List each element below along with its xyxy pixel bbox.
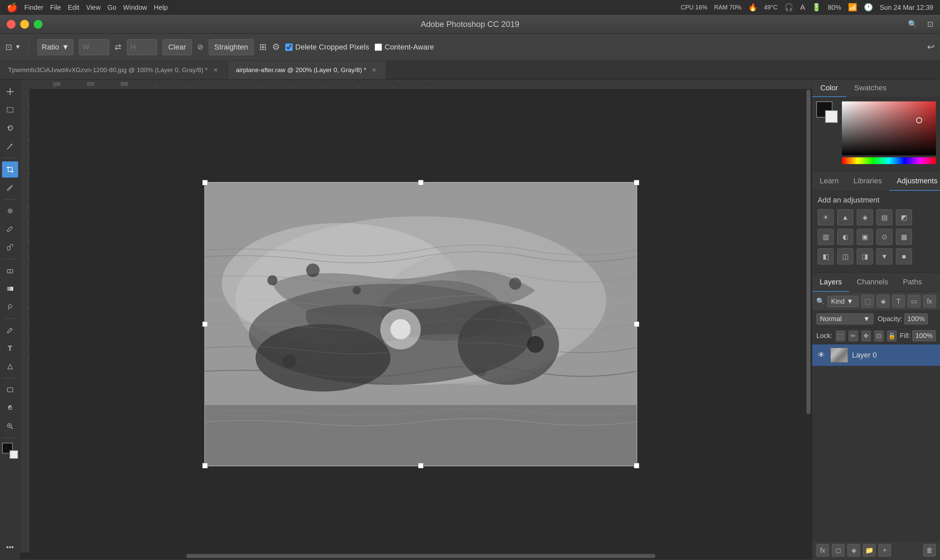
- adj-photo-filter[interactable]: ⊙: [876, 229, 892, 245]
- tab-1[interactable]: Tpwmmfo3CiAJvwd4vXGzvn-1200-80.jpg @ 100…: [0, 61, 228, 79]
- crop-handle-mr[interactable]: [634, 322, 639, 327]
- kind-filter-dropdown[interactable]: Kind ▼: [828, 296, 858, 307]
- crop-tool[interactable]: [2, 162, 18, 178]
- move-tool[interactable]: [2, 83, 18, 100]
- libraries-tab[interactable]: Libraries: [846, 172, 889, 191]
- filter-pixel-icon[interactable]: ⬚: [861, 295, 874, 308]
- add-layer-style-btn[interactable]: fx: [816, 544, 829, 557]
- background-color-swatch[interactable]: [9, 450, 18, 459]
- paths-tab[interactable]: Paths: [895, 273, 929, 292]
- zoom-tool[interactable]: [2, 418, 18, 434]
- color-gradient-picker[interactable]: [842, 102, 936, 155]
- filter-type-icon[interactable]: T: [892, 295, 905, 308]
- blend-mode-dropdown[interactable]: Normal ▼: [816, 313, 874, 325]
- gradient-tool[interactable]: [2, 281, 18, 297]
- shape-tool[interactable]: [2, 382, 18, 398]
- more-tools-button[interactable]: •••: [2, 539, 18, 555]
- maximize-button[interactable]: [34, 20, 43, 29]
- sysbar-edit[interactable]: Edit: [68, 4, 79, 11]
- adj-bw[interactable]: ▣: [857, 229, 873, 245]
- add-mask-btn[interactable]: ◻: [832, 544, 844, 557]
- adj-color-balance[interactable]: ◐: [837, 229, 853, 245]
- path-select-tool[interactable]: [2, 358, 18, 375]
- layers-tab[interactable]: Layers: [812, 273, 849, 292]
- tab-2[interactable]: airplane-after.raw @ 200% (Layer 0, Gray…: [228, 61, 387, 79]
- marquee-tool[interactable]: [2, 102, 18, 118]
- create-group-btn[interactable]: 📁: [863, 544, 875, 557]
- lock-position-btn[interactable]: ✥: [861, 331, 871, 342]
- adj-levels[interactable]: ▲: [837, 209, 853, 225]
- crop-handle-tm[interactable]: [418, 180, 424, 185]
- settings-icon[interactable]: ⚙: [272, 42, 280, 52]
- lock-transparent-btn[interactable]: ⬚: [836, 331, 845, 342]
- crop-handle-tl[interactable]: [202, 180, 208, 185]
- eyedropper-tool[interactable]: [2, 180, 18, 196]
- sysbar-window[interactable]: Window: [123, 4, 147, 11]
- type-tool[interactable]: T: [2, 340, 18, 357]
- ratio-dropdown[interactable]: Ratio ▼: [37, 39, 74, 55]
- lasso-tool[interactable]: [2, 120, 18, 136]
- wand-tool[interactable]: [2, 138, 18, 154]
- filter-fx-icon[interactable]: fx: [923, 295, 936, 308]
- v-scrollbar-thumb[interactable]: [806, 90, 811, 414]
- crop-handle-tr[interactable]: [634, 180, 639, 185]
- canvas-image[interactable]: [205, 183, 636, 466]
- horizontal-scrollbar[interactable]: [30, 552, 812, 559]
- channels-tab[interactable]: Channels: [849, 273, 895, 292]
- swap-icon[interactable]: ⇄: [115, 43, 122, 52]
- hue-slider[interactable]: [842, 157, 936, 164]
- crop-handle-ml[interactable]: [202, 322, 208, 327]
- crop-handle-bm[interactable]: [418, 463, 424, 468]
- sysbar-go[interactable]: Go: [107, 4, 116, 11]
- content-aware-checkbox[interactable]: [374, 43, 382, 51]
- adj-brightness-contrast[interactable]: ☀: [818, 209, 834, 225]
- adj-curves[interactable]: ◈: [857, 209, 873, 225]
- clear-button[interactable]: Clear: [162, 39, 192, 55]
- filter-adj-icon[interactable]: ◈: [877, 295, 889, 308]
- minimize-button[interactable]: [20, 20, 29, 29]
- width-input[interactable]: [79, 39, 109, 55]
- adj-threshold[interactable]: ◨: [857, 248, 873, 265]
- create-fill-layer-btn[interactable]: ◈: [847, 544, 860, 557]
- dodge-tool[interactable]: [2, 299, 18, 315]
- lock-all-btn[interactable]: 🔒: [887, 331, 897, 342]
- adjustments-tab[interactable]: Adjustments: [889, 172, 940, 191]
- hand-tool[interactable]: [2, 400, 18, 416]
- crop-handle-br[interactable]: [634, 463, 639, 468]
- undo-icon[interactable]: ↩: [927, 42, 935, 52]
- filter-shape-icon[interactable]: ▭: [908, 295, 920, 308]
- color-tab[interactable]: Color: [812, 80, 846, 97]
- color-swatches-area[interactable]: [2, 443, 18, 459]
- fill-input[interactable]: [912, 330, 936, 342]
- adj-exposure[interactable]: ▤: [876, 209, 892, 225]
- adj-vibrance[interactable]: ◩: [896, 209, 912, 225]
- bg-color-box[interactable]: [825, 110, 838, 123]
- sysbar-help[interactable]: Help: [154, 4, 168, 11]
- lock-pixels-btn[interactable]: ✏: [849, 331, 858, 342]
- straighten-button[interactable]: Straighten: [209, 39, 254, 55]
- stamp-tool[interactable]: [2, 239, 18, 255]
- heal-tool[interactable]: [2, 203, 18, 219]
- workspace-icon[interactable]: ⊡: [927, 20, 933, 29]
- adj-gradient-map[interactable]: ▼: [876, 248, 892, 265]
- sysbar-file[interactable]: File: [50, 4, 61, 11]
- adj-channel-mixer[interactable]: ▦: [896, 229, 912, 245]
- adj-posterize[interactable]: ◫: [837, 248, 853, 265]
- grid-icon[interactable]: ⊞: [259, 42, 267, 52]
- close-button[interactable]: [7, 20, 15, 29]
- vertical-scrollbar[interactable]: [805, 89, 812, 552]
- layer-visibility-toggle[interactable]: 👁: [816, 350, 826, 360]
- sysbar-view[interactable]: View: [86, 4, 100, 11]
- swatches-tab[interactable]: Swatches: [846, 80, 894, 97]
- height-input[interactable]: [127, 39, 157, 55]
- crop-handle-bl[interactable]: [202, 463, 208, 468]
- tab-1-close[interactable]: ✕: [212, 66, 219, 74]
- h-scrollbar-thumb[interactable]: [186, 554, 655, 558]
- pen-tool[interactable]: [2, 322, 18, 338]
- opacity-input[interactable]: [904, 313, 928, 325]
- adj-invert[interactable]: ◧: [818, 248, 834, 265]
- learn-tab[interactable]: Learn: [812, 172, 846, 191]
- brush-tool[interactable]: [2, 221, 18, 237]
- create-new-layer-btn[interactable]: +: [878, 544, 891, 557]
- search-icon[interactable]: 🔍: [908, 20, 917, 29]
